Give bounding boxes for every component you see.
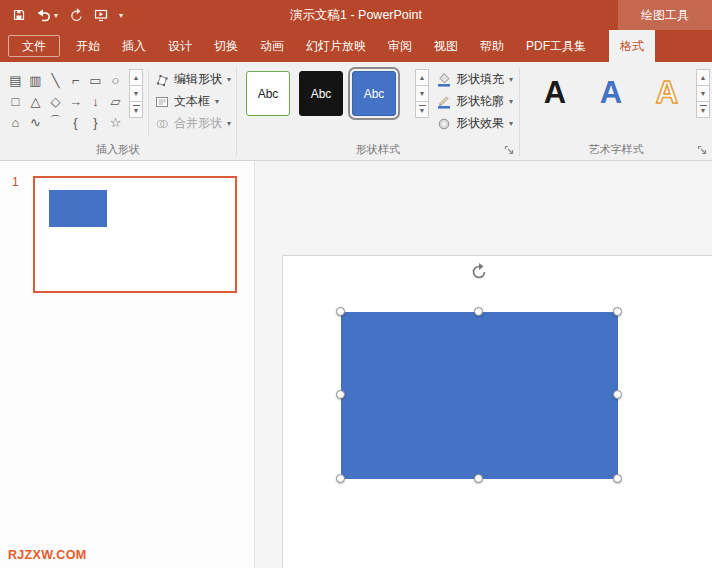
chevron-down-icon: ▾	[227, 119, 231, 128]
shape-gallery-item[interactable]: ▭	[86, 70, 105, 90]
shape-styles-scroll-down-button[interactable]: ▼	[415, 85, 429, 102]
tab-file[interactable]: 文件	[8, 35, 60, 57]
undo-caret-icon[interactable]: ▾	[54, 11, 58, 20]
shapes-gallery-scrollbar: ▲ ▼ ▼	[129, 70, 143, 118]
tab-pdf-tools[interactable]: PDF工具集	[515, 30, 597, 62]
wordart-more-button[interactable]: ▼	[696, 101, 710, 118]
save-button[interactable]	[12, 8, 26, 22]
shapes-scroll-up-button[interactable]: ▲	[129, 69, 143, 86]
watermark-text: RJZXW.COM	[8, 548, 86, 562]
group-inner-divider	[148, 70, 149, 136]
shape-gallery-item[interactable]: □	[6, 91, 25, 111]
rotate-handle[interactable]	[469, 262, 489, 282]
shape-gallery-item[interactable]: ▥	[26, 70, 45, 90]
resize-handle-e[interactable]	[613, 390, 622, 399]
resize-handle-n[interactable]	[474, 307, 483, 316]
shapes-gallery: ▤ ▥ ╲ ⌐ ▭ ○ □ △ ◇ → ↓ ▱ ⌂ ∿ ⌒ { } ☆	[6, 70, 125, 132]
shape-style-option-1[interactable]: Abc	[246, 71, 290, 116]
text-box-button[interactable]: 文本框 ▾	[155, 91, 231, 112]
shape-gallery-item[interactable]: ↓	[86, 91, 105, 111]
chevron-down-icon: ▾	[215, 97, 219, 106]
chevron-down-icon: ▾	[119, 11, 123, 20]
chevron-down-icon: ▾	[509, 97, 513, 106]
wordart-style-option-2[interactable]: A	[586, 69, 636, 117]
qat-customize-button[interactable]: ▾	[119, 11, 123, 20]
resize-handle-ne[interactable]	[613, 307, 622, 316]
undo-icon	[37, 8, 52, 22]
wordart-scroll-up-button[interactable]: ▲	[696, 69, 710, 86]
shape-gallery-item[interactable]: →	[66, 91, 85, 111]
shape-gallery-item[interactable]: ╲	[46, 70, 65, 90]
quick-access-toolbar: ▾ ▾	[0, 8, 123, 22]
merge-shapes-button[interactable]: 合并形状 ▾	[155, 113, 231, 134]
resize-handle-se[interactable]	[613, 474, 622, 483]
edit-shape-button[interactable]: 编辑形状 ▾	[155, 69, 231, 90]
selected-shape[interactable]	[341, 312, 618, 479]
shape-gallery-item[interactable]: ∿	[26, 112, 45, 132]
save-icon	[12, 8, 26, 22]
slide-number: 1	[12, 175, 19, 189]
ribbon: ▤ ▥ ╲ ⌐ ▭ ○ □ △ ◇ → ↓ ▱ ⌂ ∿ ⌒ { } ☆ ▲	[0, 62, 712, 161]
group-insert-shapes: ▤ ▥ ╲ ⌐ ▭ ○ □ △ ◇ → ↓ ▱ ⌂ ∿ ⌒ { } ☆ ▲	[0, 62, 236, 160]
tab-animations[interactable]: 动画	[249, 30, 295, 62]
tab-design[interactable]: 设计	[157, 30, 203, 62]
slide[interactable]	[282, 255, 712, 568]
tab-home[interactable]: 开始	[65, 30, 111, 62]
shape-gallery-item[interactable]: ☆	[106, 112, 125, 132]
resize-handle-sw[interactable]	[336, 474, 345, 483]
wordart-style-option-1[interactable]: A	[530, 69, 580, 117]
shape-styles-scroll-up-button[interactable]: ▲	[415, 69, 429, 86]
text-box-icon	[155, 95, 169, 109]
slideshow-monitor-icon	[94, 8, 108, 22]
shape-style-option-3-selected[interactable]: Abc	[352, 71, 396, 116]
shape-gallery-item[interactable]: ◇	[46, 91, 65, 111]
shape-effects-button[interactable]: 形状效果 ▾	[437, 113, 513, 134]
tab-view[interactable]: 视图	[423, 30, 469, 62]
group-label-wordart-styles: 艺术字样式	[520, 142, 712, 157]
wordart-scroll-down-button[interactable]: ▼	[696, 85, 710, 102]
resize-handle-nw[interactable]	[336, 307, 345, 316]
start-slideshow-button[interactable]	[94, 8, 108, 22]
shape-gallery-item[interactable]: ○	[106, 70, 125, 90]
tab-review[interactable]: 审阅	[377, 30, 423, 62]
shape-gallery-item[interactable]: {	[66, 112, 85, 132]
redo-button[interactable]	[69, 8, 83, 22]
shape-gallery-item[interactable]: ⌒	[46, 112, 65, 132]
shape-outline-button[interactable]: 形状轮廓 ▾	[437, 91, 513, 112]
merge-shapes-icon	[155, 117, 169, 131]
merge-shapes-label: 合并形状	[174, 115, 222, 132]
edit-shape-label: 编辑形状	[174, 71, 222, 88]
shape-gallery-item[interactable]: }	[86, 112, 105, 132]
tab-insert[interactable]: 插入	[111, 30, 157, 62]
shapes-gallery-more-button[interactable]: ▼	[129, 101, 143, 118]
group-shape-styles: Abc Abc Abc ▲ ▼ ▼	[237, 62, 519, 160]
resize-handle-w[interactable]	[336, 390, 345, 399]
resize-handle-s[interactable]	[474, 474, 483, 483]
shape-gallery-item[interactable]: ⌂	[6, 112, 25, 132]
undo-button[interactable]: ▾	[37, 8, 58, 22]
tab-transitions[interactable]: 切换	[203, 30, 249, 62]
shape-styles-scrollbar: ▲ ▼ ▼	[415, 70, 429, 118]
tab-slideshow[interactable]: 幻灯片放映	[295, 30, 377, 62]
shape-gallery-item[interactable]: ▱	[106, 91, 125, 111]
shape-gallery-item[interactable]: △	[26, 91, 45, 111]
shape-styles-gallery: Abc Abc Abc	[246, 71, 396, 116]
group-label-shape-styles: 形状样式	[237, 142, 519, 157]
ribbon-tab-bar: 文件 开始 插入 设计 切换 动画 幻灯片放映 审阅 视图 帮助 PDF工具集 …	[0, 30, 712, 62]
slide-thumbnail[interactable]	[33, 176, 237, 293]
shape-gallery-item[interactable]: ▤	[6, 70, 25, 90]
shapes-scroll-down-button[interactable]: ▼	[129, 85, 143, 102]
wordart-style-option-3[interactable]: A	[642, 69, 692, 117]
tab-help[interactable]: 帮助	[469, 30, 515, 62]
shape-outline-label: 形状轮廓	[456, 93, 504, 110]
shape-gallery-item[interactable]: ⌐	[66, 70, 85, 90]
tab-format[interactable]: 格式	[609, 30, 655, 62]
shape-styles-more-button[interactable]: ▼	[415, 101, 429, 118]
shape-style-option-2[interactable]: Abc	[299, 71, 343, 116]
shape-fill-button[interactable]: 形状填充 ▾	[437, 69, 513, 90]
powerpoint-window: ▾ ▾ 演示文稿1 - PowerPoint 绘图工具	[0, 0, 712, 568]
fill-color-icon	[437, 72, 451, 87]
editing-canvas[interactable]	[255, 161, 712, 568]
title-bar: ▾ ▾ 演示文稿1 - PowerPoint 绘图工具	[0, 0, 712, 30]
workspace: 1 RJZXW.COM	[0, 161, 712, 568]
